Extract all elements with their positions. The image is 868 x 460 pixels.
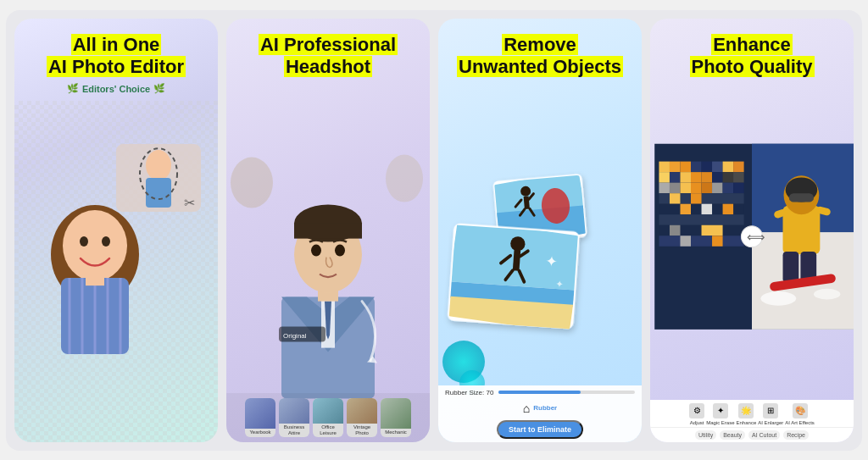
style-thumb-mechanic[interactable]: Mechanic <box>381 398 411 437</box>
enhance-label: Enhance <box>737 420 757 425</box>
svg-text:Original: Original <box>283 332 307 340</box>
svg-rect-67 <box>723 162 734 173</box>
style-thumb-vintage[interactable]: VintagePhoto <box>347 398 377 437</box>
svg-rect-83 <box>723 183 734 194</box>
svg-point-111 <box>760 291 796 306</box>
svg-point-6 <box>63 210 127 281</box>
svg-rect-78 <box>670 183 681 194</box>
card-2-title-line1: AI Professional <box>259 34 398 55</box>
svg-point-1 <box>146 150 171 180</box>
card-ai-photo-editor[interactable]: All in One AI Photo Editor 🌿 Editors' Ch… <box>14 19 218 442</box>
card-2-illustration: Original <box>226 85 430 441</box>
tab-ai-cutout[interactable]: AI Cutout <box>748 430 780 440</box>
adjust-tool[interactable]: ⚙ Adjust <box>689 403 704 425</box>
svg-rect-91 <box>723 204 734 215</box>
card-4-title-line1: Enhance <box>711 34 793 55</box>
style-thumb-office[interactable]: OfficeLeisure <box>313 398 343 437</box>
magic-erase-tool[interactable]: ✦ Magic Erase <box>706 403 734 425</box>
svg-point-28 <box>335 245 345 257</box>
svg-rect-2 <box>146 178 171 208</box>
svg-point-8 <box>102 236 110 247</box>
svg-rect-68 <box>733 162 744 173</box>
svg-rect-72 <box>691 172 702 183</box>
card-2-title: AI Professional Headshot <box>240 34 416 79</box>
svg-rect-74 <box>712 172 723 183</box>
card-3-title-line2: Unwanted Objects <box>457 56 623 77</box>
style-thumb-vintage-label: VintagePhoto <box>353 424 370 436</box>
card-1-title-line1: All in One <box>71 34 162 55</box>
tab-beauty[interactable]: Beauty <box>720 430 745 440</box>
svg-rect-77 <box>659 183 670 194</box>
card-remove-objects[interactable]: Remove Unwanted Objects <box>438 19 642 442</box>
svg-rect-66 <box>712 162 723 173</box>
svg-rect-95 <box>702 225 723 236</box>
tab-utility[interactable]: Utility <box>695 430 716 440</box>
card-1-title-line2: AI Photo Editor <box>47 56 186 77</box>
svg-rect-81 <box>702 183 713 194</box>
editors-choice-badge: 🌿 Editors' Choice 🌿 <box>28 83 204 94</box>
style-thumb-yearbook-label: Yearbook <box>249 429 270 435</box>
enhance-tool[interactable]: 🌟 Enhance <box>737 403 757 425</box>
style-thumb-mechanic-label: Mechanic <box>385 429 407 435</box>
eliminate-button[interactable]: Start to Eliminate <box>497 420 583 439</box>
svg-text:✦: ✦ <box>555 279 565 290</box>
style-thumb-office-label: OfficeLeisure <box>320 424 337 436</box>
svg-rect-75 <box>723 172 734 183</box>
svg-rect-15 <box>86 275 104 285</box>
card-2-title-area: AI Professional Headshot <box>226 19 430 86</box>
toolbar-label: Rubber <box>533 404 557 412</box>
svg-rect-86 <box>670 193 681 204</box>
rubber-label: Rubber Size: 70 <box>445 389 493 396</box>
card-enhance[interactable]: Enhance Photo Quality Before After <box>650 19 854 442</box>
card-2-title-line2: Headshot <box>284 56 372 77</box>
card-headshot[interactable]: AI Professional Headshot <box>226 19 430 442</box>
svg-rect-90 <box>702 204 713 215</box>
card-4-toolbar: ⚙ Adjust ✦ Magic Erase 🌟 Enhance ⊞ AI En… <box>650 400 854 442</box>
svg-rect-76 <box>733 172 744 183</box>
svg-rect-80 <box>691 183 702 194</box>
ai-enlarger-tool[interactable]: ⊞ AI Enlarger <box>758 403 783 425</box>
svg-point-17 <box>386 155 423 202</box>
card-4-image-area: Before After <box>650 85 854 441</box>
card-1-title-area: All in One AI Photo Editor 🌿 Editors' Ch… <box>14 19 218 102</box>
card-3-toolbar: ⌂ Rubber <box>438 400 642 417</box>
svg-rect-92 <box>659 214 743 225</box>
style-thumb-business[interactable]: BusinessAttire <box>279 398 309 437</box>
svg-rect-63 <box>680 162 691 173</box>
svg-rect-84 <box>733 183 744 194</box>
rubber-slider-track[interactable] <box>498 391 635 394</box>
card-1-image-area: ✂ <box>14 101 218 441</box>
magic-erase-label: Magic Erase <box>706 420 734 425</box>
svg-rect-108 <box>783 252 799 283</box>
adjust-label: Adjust <box>690 420 704 425</box>
svg-rect-62 <box>670 162 681 173</box>
svg-rect-96 <box>659 236 743 247</box>
ai-art-tool[interactable]: 🎨 AI Art Effects <box>785 403 815 425</box>
svg-text:✂: ✂ <box>184 196 195 210</box>
card-2-image-area: Original Yearbook BusinessAttire OfficeL… <box>226 85 430 441</box>
ai-enlarger-label: AI Enlarger <box>758 420 783 425</box>
main-container: All in One AI Photo Editor 🌿 Editors' Ch… <box>6 10 862 451</box>
svg-point-27 <box>311 245 321 257</box>
svg-rect-89 <box>680 204 691 215</box>
svg-rect-26 <box>294 224 362 239</box>
card-4-title: Enhance Photo Quality <box>664 34 840 79</box>
svg-rect-61 <box>659 162 670 173</box>
svg-point-7 <box>80 236 88 247</box>
style-thumb-yearbook[interactable]: Yearbook <box>245 398 275 437</box>
card-3-title: Remove Unwanted Objects <box>452 34 628 79</box>
home-icon: ⌂ <box>523 402 530 415</box>
svg-point-16 <box>231 158 273 208</box>
svg-rect-105 <box>789 193 814 202</box>
ai-art-label: AI Art Effects <box>785 420 815 425</box>
category-tabs: Utility Beauty AI Cutout Recipe <box>650 428 854 442</box>
svg-rect-73 <box>702 172 713 183</box>
card-3-title-area: Remove Unwanted Objects <box>438 19 642 86</box>
rubber-slider-fill <box>498 391 580 394</box>
svg-text:✦: ✦ <box>544 252 557 270</box>
style-thumbnails: Yearbook BusinessAttire OfficeLeisure Vi… <box>226 393 430 442</box>
svg-rect-82 <box>712 183 723 194</box>
svg-rect-64 <box>691 162 702 173</box>
tab-recipe[interactable]: Recipe <box>783 430 809 440</box>
card-3-image-area: ✦ ✦ Rubber Size: 70 ⌂ Rubber <box>438 85 642 441</box>
